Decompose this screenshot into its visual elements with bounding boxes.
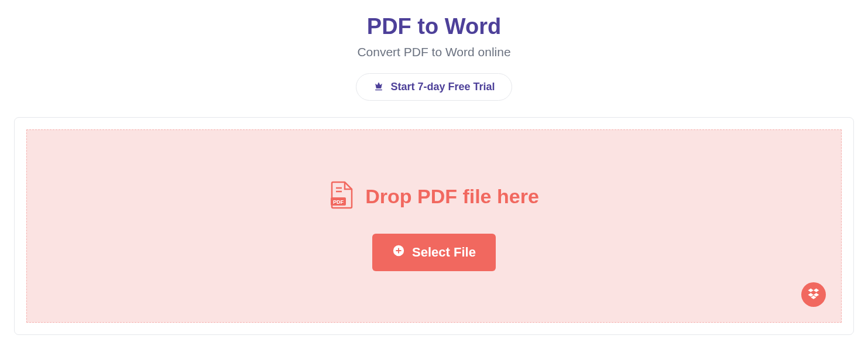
page-subtitle: Convert PDF to Word online [0, 45, 868, 59]
upload-panel: PDF Drop PDF file here Select File [14, 117, 854, 335]
page-title: PDF to Word [0, 14, 868, 39]
pdf-file-icon: PDF [329, 181, 354, 211]
drop-text: Drop PDF file here [365, 185, 539, 208]
start-trial-button[interactable]: Start 7-day Free Trial [356, 73, 512, 101]
plus-circle-icon [392, 244, 405, 261]
file-dropzone[interactable]: PDF Drop PDF file here Select File [26, 129, 842, 323]
drop-row: PDF Drop PDF file here [329, 181, 539, 211]
crown-icon [373, 80, 385, 94]
select-file-button[interactable]: Select File [372, 234, 496, 271]
start-trial-label: Start 7-day Free Trial [390, 81, 495, 93]
svg-text:PDF: PDF [333, 199, 344, 205]
dropbox-icon [807, 288, 820, 302]
dropbox-button[interactable] [801, 282, 826, 307]
select-file-label: Select File [412, 245, 476, 260]
